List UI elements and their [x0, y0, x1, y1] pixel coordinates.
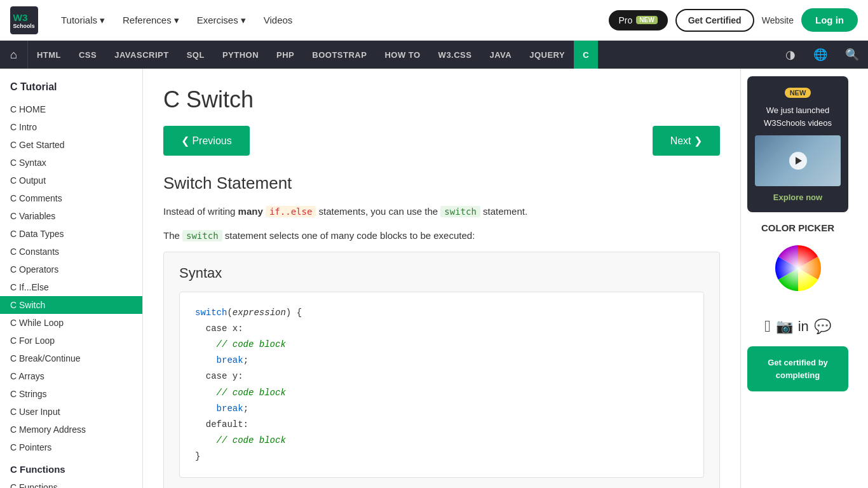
nav-references[interactable]: References ▾ — [115, 10, 187, 31]
subject-php[interactable]: PHP — [268, 41, 303, 69]
nav-links: Tutorials ▾ References ▾ Exercises ▾ Vid… — [53, 10, 609, 31]
code-line-2: case x: — [195, 321, 688, 337]
subject-sql[interactable]: SQL — [178, 41, 214, 69]
subject-c[interactable]: C — [574, 41, 598, 69]
main-content: C Switch ❮ Previous Next ❯ Switch Statem… — [143, 69, 740, 488]
svg-text:Schools: Schools — [13, 23, 34, 29]
sidebar-item-cvariables[interactable]: C Variables — [0, 207, 142, 225]
play-button[interactable] — [789, 152, 807, 170]
sidebar-item-cstrings[interactable]: C Strings — [0, 385, 142, 403]
dropdown-icon: ▾ — [174, 15, 179, 26]
syntax-section: Syntax switch(expression) { case x: // c… — [163, 252, 720, 488]
subject-css[interactable]: CSS — [70, 41, 105, 69]
subject-howto[interactable]: HOW TO — [376, 41, 429, 69]
search-icon[interactable]: 🔍 — [836, 41, 868, 69]
nav-exercises[interactable]: Exercises ▾ — [189, 10, 254, 31]
nav-buttons: ❮ Previous Next ❯ — [163, 126, 720, 156]
sidebar-item-cuserinput[interactable]: C User Input — [0, 403, 142, 421]
discord-icon[interactable]: 💬 — [814, 318, 831, 335]
code-line-3: // code block — [195, 337, 688, 353]
explore-link[interactable]: Explore now — [755, 193, 841, 202]
sidebar-item-cpointers[interactable]: C Pointers — [0, 438, 142, 456]
linkedin-icon[interactable]: in — [798, 318, 809, 335]
sidebar-item-cbreakcontinue[interactable]: C Break/Continue — [0, 349, 142, 367]
sidebar: C Tutorial C HOME C Intro C Get Started … — [0, 69, 143, 488]
code-line-1: switch(expression) { — [195, 305, 688, 321]
color-picker-title: COLOR PICKER — [747, 222, 848, 233]
promo-box: NEW We just launched W3Schools videos Ex… — [747, 76, 848, 212]
sidebar-item-carrays[interactable]: C Arrays — [0, 367, 142, 385]
main-layout: C Tutorial C HOME C Intro C Get Started … — [0, 69, 868, 488]
color-picker-box: COLOR PICKER — [747, 222, 848, 306]
inline-code-switch: switch — [440, 206, 480, 217]
dropdown-icon: ▾ — [241, 15, 246, 26]
sidebar-item-csyntax[interactable]: C Syntax — [0, 154, 142, 172]
sidebar-title: C Tutorial — [0, 76, 142, 100]
sidebar-item-cswitch[interactable]: C Switch — [0, 296, 142, 314]
subject-nav: ⌂ HTML CSS JAVASCRIPT SQL PYTHON PHP BOO… — [0, 41, 868, 69]
certify-box[interactable]: Get certified by completing — [747, 346, 848, 391]
sidebar-functions-title: C Functions — [0, 456, 142, 478]
syntax-title: Syntax — [179, 265, 704, 281]
next-button[interactable]: Next ❯ — [653, 126, 720, 156]
instagram-icon[interactable]: 📷 — [776, 318, 793, 335]
code-line-7: break; — [195, 401, 688, 417]
subject-java[interactable]: JAVA — [480, 41, 520, 69]
code-line-6: // code block — [195, 385, 688, 401]
subject-html[interactable]: HTML — [28, 41, 70, 69]
nav-tutorials[interactable]: Tutorials ▾ — [53, 10, 112, 31]
social-icons:  📷 in 💬 — [764, 316, 831, 336]
code-block: switch(expression) { case x: // code blo… — [179, 292, 704, 478]
code-line-10: } — [195, 449, 688, 464]
paragraph-1: Instead of writing many if..else stateme… — [163, 203, 720, 220]
sidebar-item-cforloop[interactable]: C For Loop — [0, 332, 142, 349]
sidebar-item-chome[interactable]: C HOME — [0, 100, 142, 118]
globe-icon[interactable]: 🌐 — [804, 41, 836, 69]
top-nav: W3 Schools Tutorials ▾ References ▾ Exer… — [0, 0, 868, 41]
sidebar-item-cintro[interactable]: C Intro — [0, 118, 142, 136]
sidebar-item-cdatatypes[interactable]: C Data Types — [0, 225, 142, 243]
nav-right: Pro NEW Get Certified Website Log in — [609, 8, 858, 32]
home-button[interactable]: ⌂ — [0, 41, 28, 69]
prev-button[interactable]: ❮ Previous — [163, 126, 250, 156]
sidebar-item-coperators[interactable]: C Operators — [0, 261, 142, 278]
website-button[interactable]: Website — [762, 15, 794, 25]
nav-videos[interactable]: Videos — [256, 10, 301, 31]
sidebar-item-cwhileloop[interactable]: C While Loop — [0, 314, 142, 332]
sidebar-item-ccomments[interactable]: C Comments — [0, 189, 142, 207]
promo-text: We just launched W3Schools videos — [755, 104, 841, 129]
subject-w3css[interactable]: W3.CSS — [430, 41, 481, 69]
svg-point-3 — [775, 245, 821, 291]
video-thumb-inner — [755, 135, 841, 186]
page-title: C Switch — [163, 86, 720, 113]
code-line-4: break; — [195, 353, 688, 369]
pro-button[interactable]: Pro NEW — [609, 10, 668, 30]
new-badge: NEW — [785, 88, 811, 98]
video-thumbnail[interactable] — [755, 135, 841, 186]
code-line-5: case y: — [195, 369, 688, 384]
sidebar-item-cmemoryaddress[interactable]: C Memory Address — [0, 421, 142, 438]
facebook-icon[interactable]:  — [764, 316, 771, 336]
sidebar-item-cifelse[interactable]: C If...Else — [0, 278, 142, 296]
right-sidebar: NEW We just launched W3Schools videos Ex… — [740, 69, 855, 488]
inline-code-switch2: switch — [182, 230, 222, 241]
logo[interactable]: W3 Schools — [10, 6, 38, 34]
svg-text:W3: W3 — [13, 12, 27, 23]
get-certified-button[interactable]: Get Certified — [675, 9, 754, 32]
dropdown-icon: ▾ — [100, 15, 105, 26]
sidebar-item-cconstants[interactable]: C Constants — [0, 243, 142, 261]
login-button[interactable]: Log in — [801, 8, 858, 32]
inline-code-ifelse: if..else — [266, 206, 316, 217]
sidebar-item-cfunctions[interactable]: C Functions — [0, 478, 142, 488]
subject-python[interactable]: PYTHON — [214, 41, 268, 69]
subject-bootstrap[interactable]: BOOTSTRAP — [303, 41, 376, 69]
paragraph-2: The switch statement selects one of many… — [163, 227, 720, 244]
subject-javascript[interactable]: JAVASCRIPT — [105, 41, 177, 69]
sidebar-item-coutput[interactable]: C Output — [0, 172, 142, 189]
contrast-icon[interactable]: ◑ — [776, 41, 804, 69]
sidebar-item-cgetstarted[interactable]: C Get Started — [0, 136, 142, 154]
color-wheel[interactable] — [773, 240, 824, 297]
subject-nav-right: ◑ 🌐 🔍 — [776, 41, 868, 69]
subject-jquery[interactable]: JQUERY — [520, 41, 574, 69]
switch-statement-title: Switch Statement — [163, 173, 720, 193]
